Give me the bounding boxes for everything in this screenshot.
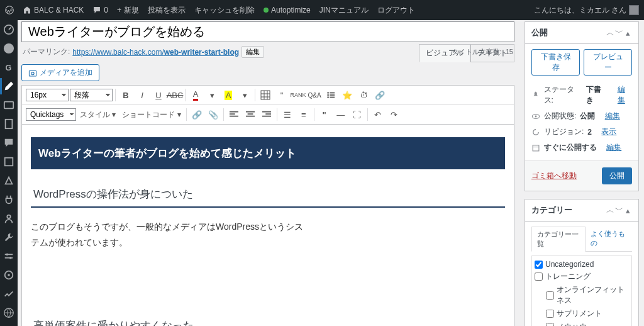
users-icon[interactable] bbox=[3, 213, 14, 224]
feedback-icon[interactable] bbox=[3, 156, 14, 167]
shortcode-dropdown[interactable]: ショートコード ▾ bbox=[119, 110, 183, 120]
editor-content[interactable]: Webライターの筆者がブログを始めて感じたメリット WordPressの操作法が… bbox=[21, 125, 514, 326]
svg-point-20 bbox=[327, 94, 329, 96]
fullscreen-button[interactable]: ⛶ bbox=[350, 107, 365, 122]
timeline-button[interactable]: ⏱ bbox=[356, 87, 371, 103]
category-checkbox[interactable] bbox=[535, 273, 543, 281]
toggle-icon[interactable]: ▴ bbox=[623, 28, 632, 38]
edit-visibility-link[interactable]: 編集 bbox=[605, 111, 620, 121]
globe-icon[interactable] bbox=[3, 307, 14, 318]
quote-button[interactable]: " bbox=[317, 107, 332, 122]
redo-button[interactable]: ↷ bbox=[387, 107, 402, 122]
comments-link[interactable]: 0 bbox=[92, 6, 108, 14]
seo-icon[interactable] bbox=[3, 288, 14, 300]
edit-date-link[interactable]: 編集 bbox=[606, 142, 621, 153]
wp-logo[interactable] bbox=[5, 6, 14, 14]
review-button[interactable]: ⭐ bbox=[340, 87, 355, 103]
add-media-button[interactable]: メディアを追加 bbox=[21, 64, 99, 81]
user-greeting[interactable]: こんにちは、ミカエル さん bbox=[534, 5, 639, 16]
save-draft-button[interactable]: 下書き保存 bbox=[531, 49, 580, 76]
svg-point-2 bbox=[4, 43, 14, 53]
font-size-select[interactable]: 16px bbox=[26, 89, 69, 101]
ol-button[interactable]: ≡ bbox=[296, 107, 311, 122]
new-link[interactable]: + 新規 bbox=[117, 5, 139, 16]
post-title-input[interactable] bbox=[21, 21, 514, 42]
category-checkbox[interactable] bbox=[535, 261, 543, 269]
backcolor-picker-button[interactable]: ▾ bbox=[237, 87, 252, 103]
align-left-button[interactable] bbox=[226, 107, 242, 122]
svg-rect-29 bbox=[247, 113, 253, 115]
align-center-button[interactable] bbox=[243, 107, 258, 122]
category-tab-all[interactable]: カテゴリー一覧 bbox=[531, 227, 586, 252]
hr-button[interactable]: — bbox=[333, 107, 348, 122]
jin-manual-link[interactable]: JINマニュアル bbox=[319, 5, 369, 16]
google-icon[interactable]: G bbox=[3, 62, 14, 73]
category-checkbox[interactable] bbox=[546, 310, 554, 318]
backcolor-button[interactable]: A bbox=[221, 87, 236, 103]
rank-button[interactable]: RANK bbox=[291, 87, 306, 103]
media-icon[interactable] bbox=[3, 99, 14, 111]
strike-button[interactable]: ABC bbox=[167, 87, 182, 103]
permalink-link[interactable]: https://www.balc-hack.com/web-writer-sta… bbox=[72, 48, 239, 57]
link-button[interactable]: 🔗 bbox=[189, 107, 204, 122]
preview-button[interactable]: プレビュー bbox=[584, 49, 632, 76]
settings-icon[interactable] bbox=[3, 250, 14, 262]
edit-permalink-button[interactable]: 編集 bbox=[242, 46, 264, 58]
dashboard-icon[interactable] bbox=[3, 24, 14, 35]
svg-point-21 bbox=[327, 96, 329, 98]
view-post-link[interactable]: 投稿を表示 bbox=[148, 5, 186, 16]
toggle-icon[interactable]: ▴ bbox=[623, 206, 632, 215]
autoptimize-link[interactable]: Autoptimize bbox=[264, 6, 311, 14]
browse-revisions-link[interactable]: 表示 bbox=[601, 126, 616, 137]
svg-rect-22 bbox=[330, 93, 335, 94]
clear-cache-link[interactable]: キャッシュを削除 bbox=[194, 5, 255, 16]
svg-rect-5 bbox=[6, 120, 13, 128]
category-tab-used[interactable]: よく使うもの bbox=[586, 227, 632, 251]
category-checkbox[interactable] bbox=[546, 291, 554, 300]
format-select[interactable]: 段落 bbox=[70, 89, 113, 101]
list-button[interactable] bbox=[323, 87, 338, 103]
comments-icon[interactable] bbox=[3, 137, 14, 149]
pages-icon[interactable] bbox=[3, 118, 14, 130]
blockquote-button[interactable]: " bbox=[274, 87, 289, 103]
category-checkbox[interactable] bbox=[546, 323, 554, 326]
qa-button[interactable]: Q&A bbox=[307, 87, 322, 103]
align-right-button[interactable] bbox=[259, 107, 274, 122]
category-item[interactable]: ノウハウ bbox=[535, 320, 629, 326]
category-item[interactable]: Uncategorized bbox=[535, 259, 629, 270]
chevron-down-icon[interactable]: ﹀ bbox=[614, 205, 623, 216]
category-item[interactable]: オンラインフィットネス bbox=[535, 283, 629, 307]
quicktags-select[interactable]: Quicktags bbox=[26, 108, 76, 121]
jetpack-icon[interactable] bbox=[3, 43, 14, 54]
chevron-down-icon[interactable]: ﹀ bbox=[614, 27, 623, 38]
plugins-icon[interactable] bbox=[3, 194, 14, 205]
undo-button[interactable]: ↶ bbox=[370, 107, 386, 122]
chevron-up-icon[interactable]: ︿ bbox=[606, 27, 614, 38]
svg-rect-33 bbox=[262, 116, 271, 117]
ul-button[interactable]: ☰ bbox=[280, 107, 295, 122]
italic-button[interactable]: I bbox=[135, 87, 150, 103]
publish-button[interactable]: 公開 bbox=[602, 167, 632, 184]
underline-button[interactable]: U bbox=[151, 87, 166, 103]
appearance-icon[interactable] bbox=[3, 175, 14, 186]
forecolor-picker-button[interactable]: ▾ bbox=[204, 87, 219, 103]
site-link[interactable]: BALC & HACK bbox=[23, 6, 84, 14]
bold-button[interactable]: B bbox=[118, 87, 133, 103]
move-to-trash-link[interactable]: ゴミ箱へ移動 bbox=[531, 171, 577, 181]
style-dropdown[interactable]: スタイル ▾ bbox=[77, 110, 118, 120]
forecolor-button[interactable]: A bbox=[188, 87, 203, 103]
table-button[interactable] bbox=[258, 87, 273, 103]
clip-button[interactable]: 📎 bbox=[206, 107, 221, 122]
logout-link[interactable]: ログアウト bbox=[377, 5, 415, 16]
category-item[interactable]: サプリメント bbox=[535, 307, 629, 320]
svg-rect-28 bbox=[246, 111, 255, 113]
category-label: Uncategorized bbox=[545, 260, 594, 269]
link-box-button[interactable]: 🔗 bbox=[372, 87, 387, 103]
chevron-up-icon[interactable]: ︿ bbox=[606, 205, 614, 216]
posts-icon[interactable] bbox=[3, 81, 14, 92]
edit-status-link[interactable]: 編集 bbox=[618, 84, 632, 106]
cache-icon[interactable] bbox=[3, 269, 14, 281]
tools-icon[interactable] bbox=[3, 232, 14, 243]
svg-rect-4 bbox=[4, 102, 13, 109]
category-item[interactable]: トレーニング bbox=[535, 270, 629, 283]
